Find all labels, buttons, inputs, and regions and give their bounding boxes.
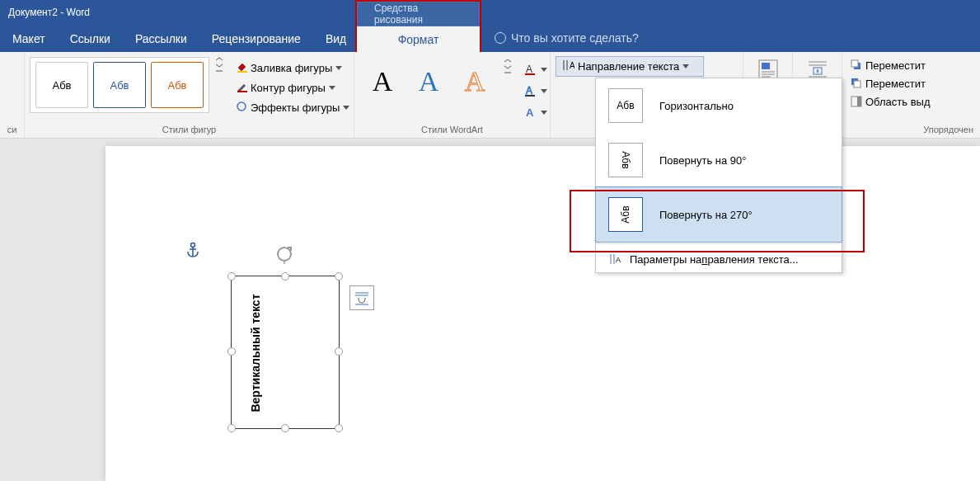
tab-view[interactable]: Вид — [313, 25, 359, 52]
chevron-down-icon — [541, 68, 547, 72]
svg-rect-2 — [237, 91, 247, 92]
chevron-down-icon — [682, 64, 689, 68]
tell-me-search[interactable]: Что вы хотите сделать? — [495, 31, 639, 45]
tab-format[interactable]: Формат — [357, 26, 480, 53]
contextual-tool-label: Средства рисования — [357, 2, 480, 26]
rotate-90-icon: Абв — [608, 143, 643, 177]
wordart-preset-2[interactable]: А — [406, 59, 452, 105]
horizontal-text-icon: Абв — [608, 88, 643, 123]
resize-handle[interactable] — [227, 347, 236, 356]
chevron-down-icon — [343, 106, 349, 110]
svg-rect-25 — [854, 81, 860, 87]
tab-mailings[interactable]: Рассылки — [123, 25, 199, 52]
resize-handle[interactable] — [227, 272, 236, 281]
resize-handle[interactable] — [227, 424, 236, 432]
svg-text:A: A — [526, 85, 532, 97]
rotation-handle[interactable] — [274, 244, 294, 264]
svg-rect-23 — [851, 60, 858, 67]
text-direction-button[interactable]: A Направление текста — [556, 56, 704, 77]
app-title: Документ2 - Word — [8, 7, 90, 18]
text-direction-menu: Абв Горизонтально Абв Повернуть на 90° А… — [595, 78, 842, 273]
paint-bucket-icon — [236, 61, 247, 75]
svg-point-3 — [237, 102, 246, 111]
svg-rect-8 — [525, 95, 535, 97]
svg-point-34 — [278, 248, 291, 261]
selection-pane-button[interactable]: Область выд — [851, 93, 930, 110]
tab-review[interactable]: Рецензирование — [199, 25, 313, 52]
resize-handle[interactable] — [281, 272, 289, 281]
pen-icon — [236, 81, 247, 95]
menu-item-direction-params[interactable]: A Параметры направления текста... — [596, 246, 842, 272]
text-effects-icon: A — [524, 106, 537, 119]
chevron-down-icon — [329, 86, 335, 90]
svg-text:A: A — [526, 64, 532, 75]
text-direction-icon: A — [561, 59, 574, 74]
wordart-preset-1[interactable]: А — [359, 59, 406, 105]
svg-rect-27 — [857, 97, 861, 106]
text-outline-icon: A — [524, 84, 537, 97]
text-box-content[interactable]: Вертикальный текст — [247, 287, 264, 419]
chevron-down-icon — [335, 66, 342, 70]
shape-style-preset-2[interactable]: Абв — [93, 62, 146, 108]
resize-handle[interactable] — [335, 424, 343, 432]
text-direction-params-icon: A — [608, 252, 621, 266]
bring-forward-button[interactable]: Переместит — [851, 57, 926, 73]
wordart-gallery-more[interactable] — [504, 59, 512, 73]
tab-references[interactable]: Ссылки — [58, 25, 123, 52]
text-outline-button[interactable]: A — [520, 82, 551, 100]
shape-style-preset-1[interactable]: Абв — [35, 62, 88, 108]
bring-forward-icon — [851, 59, 862, 71]
tab-layout[interactable]: Макет — [0, 25, 58, 52]
layout-options-button[interactable] — [349, 285, 374, 310]
send-backward-icon — [851, 78, 862, 89]
shape-effects-button[interactable]: Эффекты фигуры — [232, 98, 354, 116]
shape-fill-button[interactable]: Заливка фигуры — [232, 59, 354, 77]
wordart-group-label: Стили WordArt — [359, 122, 545, 138]
svg-text:A: A — [526, 106, 534, 119]
svg-point-31 — [191, 243, 195, 248]
anchor-icon — [185, 242, 200, 262]
menu-separator — [596, 243, 842, 244]
svg-rect-1 — [237, 71, 247, 73]
resize-handle[interactable] — [335, 347, 343, 356]
menu-item-rotate-270[interactable]: Абв Повернуть на 270° — [595, 186, 842, 243]
menu-item-horizontal[interactable]: Абв Горизонтально — [596, 78, 842, 133]
svg-text:A: A — [570, 61, 574, 70]
resize-handle[interactable] — [281, 424, 289, 432]
lightbulb-icon — [495, 32, 506, 44]
effects-icon — [236, 101, 247, 115]
svg-rect-6 — [525, 73, 535, 75]
svg-rect-14 — [762, 63, 770, 69]
layout-options-icon — [354, 290, 370, 306]
svg-text:A: A — [616, 256, 621, 264]
chevron-down-icon — [541, 111, 547, 115]
insert-shapes-partial-label: си — [5, 122, 19, 138]
menu-item-rotate-90[interactable]: Абв Повернуть на 90° — [596, 133, 842, 187]
chevron-down-icon — [541, 89, 547, 93]
send-backward-button[interactable]: Переместит — [851, 75, 926, 92]
resize-handle[interactable] — [335, 272, 343, 281]
arrange-group-label: Упорядочен — [847, 122, 975, 138]
shape-style-preset-3[interactable]: Абв — [151, 62, 204, 108]
shape-outline-button[interactable]: Контур фигуры — [232, 78, 354, 97]
selection-pane-icon — [851, 96, 862, 107]
wordart-preset-3[interactable]: А — [452, 59, 498, 105]
rotate-270-icon: Абв — [608, 197, 643, 232]
text-fill-icon: A — [524, 63, 537, 76]
text-fill-button[interactable]: A — [520, 60, 551, 78]
shape-style-gallery-more[interactable] — [215, 57, 223, 72]
shape-styles-group-label: Стили фигур — [30, 122, 349, 138]
text-effects-button[interactable]: A — [520, 103, 551, 121]
